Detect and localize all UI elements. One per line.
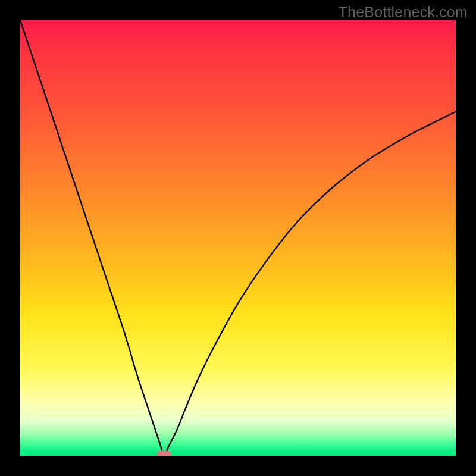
optimal-point-marker [157,451,171,456]
watermark-text: TheBottleneck.com [339,4,468,21]
plot-area [20,20,456,456]
chart-frame: TheBottleneck.com [0,0,476,476]
bottleneck-curve [20,20,456,456]
